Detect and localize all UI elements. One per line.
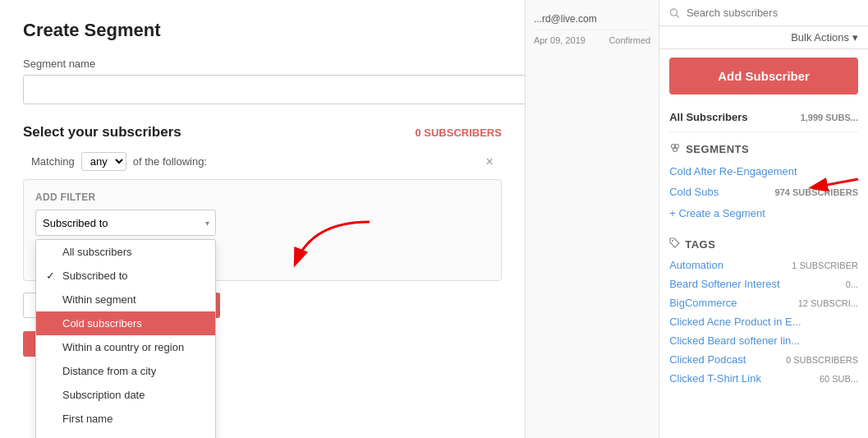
- tag-name: Automation: [669, 259, 723, 271]
- dropdown-item-label: Within segment: [62, 293, 136, 306]
- tag-icon: [669, 237, 680, 251]
- status-cell: Confirmed: [609, 35, 650, 45]
- segments-section-label: Segments: [686, 143, 749, 155]
- tag-item-clicked-podcast[interactable]: Clicked Podcast 0 SUBSCRIBERS: [669, 350, 858, 369]
- dropdown-item-country-region[interactable]: Within a country or region: [36, 335, 215, 359]
- cold-subs-wrapper: Cold Subs 974 SUBSCRIBERS: [669, 182, 858, 202]
- dropdown-item-within-segment[interactable]: Within segment: [36, 288, 215, 311]
- add-filter-label: Add Filter: [35, 191, 489, 203]
- svg-point-1: [671, 8, 677, 15]
- tag-name: Clicked T-Shirt Link: [669, 372, 761, 385]
- dropdown-item-email-address[interactable]: Email address: [36, 431, 215, 438]
- filter-box: Add Filter Subscribed to ▾ All subscribe…: [23, 179, 502, 281]
- filter-type-select[interactable]: Subscribed to: [35, 210, 216, 236]
- table-row: ...rd@live.com: [534, 8, 650, 30]
- tag-item-clicked-acne[interactable]: Clicked Acne Product in E...: [669, 312, 858, 331]
- all-subscribers-count: 1,999 SUBS...: [801, 113, 858, 122]
- dropdown-item-subscription-date[interactable]: Subscription date: [36, 383, 215, 407]
- search-icon: [669, 7, 680, 19]
- matching-suffix: of the following:: [133, 155, 207, 168]
- table-meta-row: Apr 09, 2019 Confirmed: [534, 30, 650, 50]
- segment-item-cold-subs[interactable]: Cold Subs 974 SUBSCRIBERS: [669, 182, 858, 202]
- right-scroll: All Subscribers 1,999 SUBS... Segments C…: [659, 103, 868, 438]
- subscribers-count: 0 SUBSCRIBERS: [415, 127, 501, 139]
- table-area: ...rd@live.com Apr 09, 2019 Confirmed: [526, 0, 659, 58]
- tags-section-header: Tags: [669, 228, 858, 256]
- filter-type-wrapper: Subscribed to ▾ All subscribers ✓ Subscr…: [35, 210, 216, 236]
- page-title: Create Segment: [23, 20, 502, 41]
- svg-line-2: [677, 15, 679, 17]
- segment-item-count: 974 SUBSCRIBERS: [775, 187, 858, 197]
- tag-item-beard-softener[interactable]: Beard Softener Interest 0...: [669, 274, 858, 293]
- tag-name: Beard Softener Interest: [669, 278, 779, 290]
- segment-item-name: Cold After Re-Engagement: [669, 165, 797, 178]
- all-subscribers-row[interactable]: All Subscribers 1,999 SUBS...: [669, 103, 858, 132]
- dropdown-item-cold-subscribers[interactable]: Cold subscribers: [36, 311, 215, 335]
- bulk-actions-bar: Bulk Actions ▾: [659, 26, 868, 49]
- segment-item-name: Cold Subs: [669, 186, 719, 198]
- tag-count: 60 SUB...: [820, 374, 858, 384]
- close-matching-icon[interactable]: ×: [486, 155, 494, 168]
- date-cell: Apr 09, 2019: [534, 35, 586, 45]
- segments-section-header: Segments: [669, 132, 858, 161]
- svg-point-7: [672, 240, 673, 242]
- dropdown-item-label: Subscribed to: [62, 270, 128, 282]
- matching-select[interactable]: any all: [81, 152, 126, 171]
- search-input[interactable]: [687, 7, 858, 19]
- checkmark-icon: ✓: [46, 270, 57, 282]
- tag-name: Clicked Podcast: [669, 353, 746, 366]
- center-area: ...rd@live.com Apr 09, 2019 Confirmed: [526, 0, 659, 438]
- left-panel: Create Segment Segment name Select your …: [0, 0, 526, 438]
- tag-count: 0 SUBSCRIBERS: [786, 355, 858, 365]
- bulk-actions-label: Bulk Actions: [791, 31, 849, 44]
- tag-item-automation[interactable]: Automation 1 SUBSCRIBER: [669, 256, 858, 274]
- tag-count: 12 SUBSCRI...: [798, 298, 858, 308]
- segment-item-cold-after[interactable]: Cold After Re-Engagement: [669, 161, 858, 182]
- tag-name: BigCommerce: [669, 297, 737, 309]
- filter-dropdown-menu: All subscribers ✓ Subscribed to Within s…: [35, 239, 216, 438]
- search-bar: [659, 0, 868, 26]
- dropdown-item-label: Cold subscribers: [62, 317, 142, 330]
- bulk-actions-button[interactable]: Bulk Actions ▾: [791, 31, 858, 44]
- dropdown-item-distance-city[interactable]: Distance from a city: [36, 359, 215, 383]
- dropdown-item-label: Distance from a city: [62, 365, 156, 377]
- add-subscriber-button[interactable]: Add Subscriber: [669, 58, 858, 95]
- segments-icon: [669, 142, 681, 156]
- tag-item-bigcommerce[interactable]: BigCommerce 12 SUBSCRI...: [669, 293, 858, 312]
- select-subscribers-title: Select your subscribers: [23, 124, 181, 141]
- right-panel: Bulk Actions ▾ Add Subscriber All Subscr…: [659, 0, 868, 438]
- create-segment-link[interactable]: + Create a Segment: [669, 202, 858, 228]
- dropdown-item-subscribed-to[interactable]: ✓ Subscribed to: [36, 264, 215, 288]
- bulk-actions-chevron: ▾: [852, 31, 858, 44]
- matching-label: Matching: [31, 155, 75, 168]
- tag-count: 0...: [846, 279, 858, 289]
- dropdown-item-label: All subscribers: [62, 246, 132, 258]
- tags-section-label: Tags: [685, 238, 715, 251]
- dropdown-item-label: Subscription date: [62, 389, 145, 401]
- dropdown-item-label: Within a country or region: [62, 341, 184, 353]
- dropdown-item-all-subscribers[interactable]: All subscribers: [36, 240, 215, 264]
- segment-name-input[interactable]: [23, 75, 526, 104]
- dropdown-item-first-name[interactable]: First name: [36, 407, 215, 431]
- tag-name: Clicked Acne Product in E...: [669, 316, 801, 328]
- all-subscribers-label: All Subscribers: [669, 111, 747, 123]
- segment-name-label: Segment name: [23, 58, 502, 70]
- tag-item-clicked-tshirt[interactable]: Clicked T-Shirt Link 60 SUB...: [669, 369, 858, 388]
- email-cell: ...rd@live.com: [534, 13, 597, 25]
- tag-name: Clicked Beard softener lin...: [669, 334, 800, 347]
- dropdown-item-label: First name: [62, 413, 113, 425]
- tag-count: 1 SUBSCRIBER: [792, 260, 858, 270]
- tag-item-clicked-beard[interactable]: Clicked Beard softener lin...: [669, 331, 858, 350]
